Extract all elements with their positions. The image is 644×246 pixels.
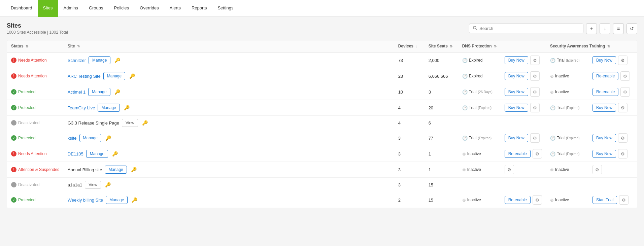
dns-action-button[interactable]: Buy Now: [505, 134, 528, 142]
dns-gear-button[interactable]: ⚙: [530, 103, 540, 112]
nav-item-alerts[interactable]: Alerts: [164, 0, 186, 17]
col-header-devices[interactable]: Devices ↓: [394, 40, 425, 52]
search-input[interactable]: [479, 26, 580, 31]
site-action-button[interactable]: Manage: [106, 196, 128, 204]
col-header-sat[interactable]: Security Awareness Training ⇅: [546, 40, 637, 52]
sat-gear-button[interactable]: ⚙: [620, 71, 630, 81]
site-action-button[interactable]: Manage: [98, 104, 120, 112]
nav-item-settings[interactable]: Settings: [212, 0, 239, 17]
site-cell: Annual Billing site Manage 🔑: [64, 162, 394, 178]
sat-action-button[interactable]: Buy Now: [592, 104, 616, 112]
nav-item-groups[interactable]: Groups: [83, 0, 109, 17]
key-icon[interactable]: 🔑: [105, 135, 111, 141]
sat-action-button[interactable]: Re-enable: [592, 88, 618, 96]
dns-sub: (26 Days): [478, 90, 493, 94]
key-icon[interactable]: 🔑: [114, 89, 120, 95]
table-row: ✓ Protected Actimel 1 Manage 🔑 10 3 🕐 Tr…: [7, 84, 637, 100]
sat-status: ⊗ Inactive: [550, 198, 590, 203]
dns-gear-button[interactable]: ⚙: [533, 195, 542, 205]
status-text: Protected: [18, 136, 35, 140]
filter-button[interactable]: ≡: [613, 23, 624, 34]
sat-cell: 🕐 Trial(Expired) Buy Now ⚙: [550, 103, 633, 112]
key-icon[interactable]: 🔑: [114, 58, 120, 63]
site-cell-inner: Weekly billing Site Manage 🔑: [68, 196, 390, 204]
sat-gear-button[interactable]: ⚙: [618, 103, 628, 112]
site-link[interactable]: Schnitzer: [68, 58, 86, 63]
sort-icon-site: ⇅: [77, 44, 80, 48]
status-icon: ✓: [11, 105, 16, 110]
nav-item-policies[interactable]: Policies: [109, 0, 135, 17]
sat-gear-button[interactable]: ⚙: [592, 165, 602, 174]
inactive-icon: ⊗: [462, 167, 466, 172]
sat-action-button[interactable]: Start Trial: [592, 196, 617, 204]
site-action-button[interactable]: Manage: [105, 166, 127, 174]
dns-gear-button[interactable]: ⚙: [505, 165, 514, 174]
sat-action-button[interactable]: Buy Now: [592, 56, 616, 64]
dns-action-button[interactable]: Buy Now: [505, 56, 528, 64]
sat-action-button[interactable]: Buy Now: [592, 150, 616, 158]
key-icon[interactable]: 🔑: [124, 105, 130, 110]
sat-gear-button[interactable]: ⚙: [618, 133, 628, 143]
site-link[interactable]: TeamCity Live: [68, 105, 95, 110]
site-action-button[interactable]: View: [122, 119, 138, 127]
nav-item-reports[interactable]: Reports: [186, 0, 212, 17]
key-icon[interactable]: 🔑: [112, 151, 118, 156]
site-action-button[interactable]: Manage: [89, 56, 110, 64]
col-header-site[interactable]: Site ⇅: [64, 40, 394, 52]
sat-gear-button[interactable]: ⚙: [618, 56, 628, 65]
sat-gear-button[interactable]: ⚙: [618, 149, 628, 159]
status-badge: – Deactivated: [11, 182, 60, 187]
site-action-button[interactable]: Manage: [79, 134, 101, 142]
dns-action-button[interactable]: Re-enable: [505, 196, 531, 204]
site-cell: xsite Manage 🔑: [64, 130, 394, 146]
site-link[interactable]: Actimel 1: [68, 90, 86, 95]
site-link[interactable]: DE1105: [68, 151, 83, 156]
site-action-button[interactable]: Manage: [88, 88, 110, 96]
dns-gear-button[interactable]: ⚙: [530, 56, 540, 65]
table-row: – Deactivated G3.3 Release Single Page V…: [7, 116, 637, 130]
key-icon[interactable]: 🔑: [131, 167, 137, 172]
nav-item-sites[interactable]: Sites: [38, 0, 58, 17]
download-button[interactable]: ↓: [600, 23, 610, 34]
dns-cell: 🕐 Expired Buy Now ⚙: [462, 71, 542, 81]
table-row: – Deactivated a1a1a1 View 🔑 3 15: [7, 178, 637, 192]
add-button[interactable]: ＋: [586, 23, 597, 34]
key-icon[interactable]: 🔑: [142, 120, 148, 126]
dns-label: Trial: [469, 90, 477, 94]
table-row: ! Needs Attention ARC Testing Site Manag…: [7, 68, 637, 84]
col-header-dns[interactable]: DNS Protection ⇅: [458, 40, 546, 52]
sat-gear-button[interactable]: ⚙: [619, 195, 629, 205]
key-icon[interactable]: 🔑: [132, 197, 137, 203]
sat-action-button[interactable]: Re-enable: [592, 72, 618, 80]
dns-gear-button[interactable]: ⚙: [533, 149, 542, 159]
nav-item-overrides[interactable]: Overrides: [134, 0, 164, 17]
sat-action-button[interactable]: Buy Now: [592, 134, 616, 142]
key-icon[interactable]: 🔑: [129, 73, 135, 79]
sat-gear-button[interactable]: ⚙: [620, 87, 630, 97]
site-link[interactable]: Weekly billing Site: [68, 198, 103, 203]
col-header-seats[interactable]: Site Seats ⇅: [425, 40, 458, 52]
site-action-button[interactable]: Manage: [103, 72, 125, 80]
dns-action-button[interactable]: Buy Now: [505, 104, 528, 112]
table-row: ✓ Protected xsite Manage 🔑 3 77 🕐 Trial(…: [7, 130, 637, 146]
col-header-status[interactable]: Status ⇅: [7, 40, 64, 52]
dns-gear-button[interactable]: ⚙: [530, 71, 540, 81]
table-row: ! Needs Attention Schnitzer Manage 🔑 73 …: [7, 52, 637, 68]
site-link[interactable]: xsite: [68, 136, 77, 141]
nav-item-admins[interactable]: Admins: [58, 0, 83, 17]
sat-status: 🕐 Trial(Expired): [550, 58, 590, 63]
dns-gear-button[interactable]: ⚙: [530, 133, 540, 143]
key-icon[interactable]: 🔑: [105, 182, 111, 187]
site-action-button[interactable]: View: [85, 181, 101, 189]
nav-item-dashboard[interactable]: Dashboard: [5, 0, 38, 17]
search-icon: [473, 26, 477, 31]
dns-gear-button[interactable]: ⚙: [530, 87, 540, 97]
dns-action-button[interactable]: Re-enable: [505, 150, 531, 158]
status-cell: ! Needs Attention: [7, 146, 64, 162]
sites-subtitle: 1000 Sites Accessible | 1002 Total: [7, 30, 68, 35]
site-action-button[interactable]: Manage: [86, 150, 108, 158]
dns-action-button[interactable]: Buy Now: [505, 88, 528, 96]
refresh-button[interactable]: ↺: [626, 23, 637, 34]
dns-action-button[interactable]: Buy Now: [505, 72, 528, 80]
site-link[interactable]: ARC Testing Site: [68, 74, 101, 79]
